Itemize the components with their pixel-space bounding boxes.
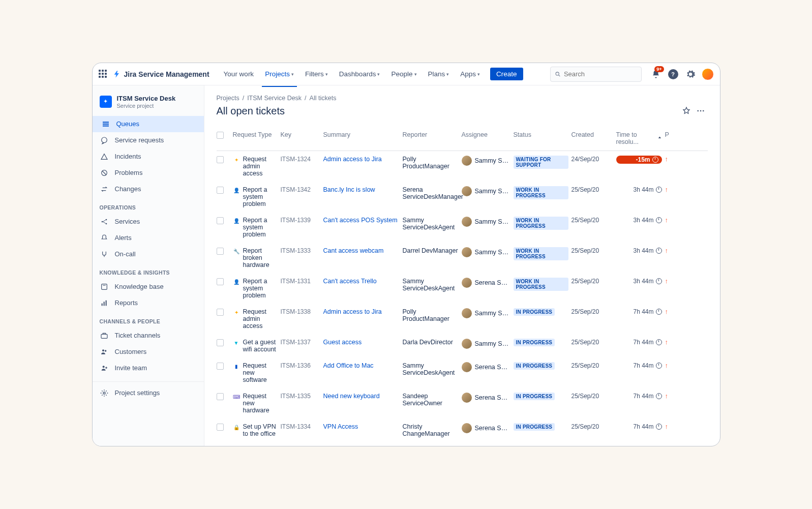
assignee-cell[interactable]: Serena Servi... <box>462 362 510 372</box>
created-date: 25/Sep/20 <box>572 393 613 400</box>
issue-key[interactable]: ITSM-1342 <box>281 186 320 193</box>
nav-filters[interactable]: Filters▾ <box>300 67 333 81</box>
project-header[interactable]: ✦ ITSM Service Desk Service project <box>93 92 204 116</box>
issue-key[interactable]: ITSM-1335 <box>281 393 320 400</box>
issue-key[interactable]: ITSM-1334 <box>281 423 320 430</box>
sidebar-item-knowledge-base[interactable]: Knowledge base <box>93 279 204 295</box>
breadcrumb-link[interactable]: Projects <box>217 95 239 102</box>
sidebar-item-problems[interactable]: Problems <box>93 165 204 181</box>
issue-key[interactable]: ITSM-1336 <box>281 362 320 369</box>
search-input[interactable] <box>564 70 637 78</box>
column-header[interactable]: Assignee <box>462 131 510 138</box>
priority-icon: ↑ <box>665 362 674 369</box>
assignee-cell[interactable]: Sammy Servi... <box>462 339 510 349</box>
issue-summary[interactable]: Add Office to Mac <box>323 362 400 369</box>
sidebar-item-queues[interactable]: Queues <box>93 116 204 132</box>
column-header[interactable]: P <box>665 131 674 138</box>
row-checkbox[interactable] <box>217 217 224 224</box>
profile-avatar[interactable] <box>702 68 714 80</box>
request-type-icon: ▼ <box>233 339 240 346</box>
column-header[interactable]: Request Type <box>233 131 278 138</box>
issue-key[interactable]: ITSM-1337 <box>281 339 320 346</box>
sidebar-item-reports[interactable]: Reports <box>93 295 204 311</box>
issue-key[interactable]: ITSM-1331 <box>281 278 320 285</box>
product-logo[interactable]: Jira Service Management <box>113 70 209 78</box>
search-box[interactable] <box>550 67 642 82</box>
row-checkbox[interactable] <box>217 278 224 285</box>
breadcrumb-link[interactable]: ITSM Service Desk <box>247 95 302 102</box>
nav-apps[interactable]: Apps▾ <box>455 67 485 81</box>
sidebar-item-incidents[interactable]: Incidents <box>93 148 204 165</box>
assignee-cell[interactable]: Sammy Servi... <box>462 217 510 227</box>
project-subtitle: Service project <box>117 103 176 109</box>
issue-summary[interactable]: Cant access webcam <box>323 247 400 254</box>
column-header[interactable]: Status <box>514 131 568 138</box>
bubble-icon <box>100 136 109 145</box>
assignee-cell[interactable]: Serena Servi... <box>462 278 510 288</box>
issue-summary[interactable]: VPN Access <box>323 423 400 430</box>
column-header[interactable]: Key <box>281 131 320 138</box>
issue-summary[interactable]: Can't access POS System <box>323 217 400 224</box>
nav-people[interactable]: People▾ <box>386 67 422 81</box>
issue-summary[interactable]: Need new keyboard <box>323 393 400 400</box>
issue-summary[interactable]: Admin access to Jira <box>323 308 400 315</box>
assignee-cell[interactable]: Sammy Servi... <box>462 186 510 196</box>
issue-key[interactable]: ITSM-1324 <box>281 156 320 163</box>
assignee-cell[interactable]: Sammy Servi... <box>462 308 510 318</box>
table-row: 👤Report a system problemITSM-1342Banc.ly… <box>217 182 708 212</box>
column-header[interactable]: Reporter <box>403 131 459 138</box>
column-header[interactable]: Summary <box>323 131 400 138</box>
time-to-resolution: 7h 44m <box>616 393 662 400</box>
sidebar-item-changes[interactable]: Changes <box>93 181 204 197</box>
app-switcher-icon[interactable] <box>99 70 108 79</box>
star-icon[interactable] <box>679 104 694 118</box>
row-checkbox[interactable] <box>217 187 224 194</box>
row-checkbox[interactable] <box>217 393 224 400</box>
issue-key[interactable]: ITSM-1338 <box>281 308 320 315</box>
nav-plans[interactable]: Plans▾ <box>423 67 455 81</box>
sidebar-item-on-call[interactable]: On-call <box>93 246 204 262</box>
sidebar-item-service-requests[interactable]: Service requests <box>93 132 204 148</box>
column-header[interactable]: Created <box>572 131 613 138</box>
notification-icon[interactable]: 9+ <box>650 68 662 80</box>
settings-gear-icon[interactable] <box>684 68 697 80</box>
create-button[interactable]: Create <box>490 68 523 80</box>
sidebar-item-invite-team[interactable]: Invite team <box>93 360 204 376</box>
nav-dashboards[interactable]: Dashboards▾ <box>334 67 385 81</box>
sidebar-item-alerts[interactable]: Alerts <box>93 230 204 246</box>
sidebar-item-label: Alerts <box>115 234 132 242</box>
assignee-cell[interactable]: Serena Servi... <box>462 393 510 403</box>
issue-summary[interactable]: Guest access <box>323 339 400 346</box>
status-badge: WORK IN PROGRESS <box>514 217 568 230</box>
svg-point-17 <box>102 349 104 351</box>
ticket-table: Request TypeKeySummaryReporterAssigneeSt… <box>217 127 708 446</box>
search-icon <box>555 71 561 78</box>
sidebar-item-customers[interactable]: Customers <box>93 344 204 360</box>
help-icon[interactable]: ? <box>667 68 679 80</box>
column-header[interactable] <box>217 131 230 139</box>
column-header[interactable]: Time to resolu... <box>616 131 662 145</box>
row-checkbox[interactable] <box>217 248 224 255</box>
sidebar-project-settings[interactable]: Project settings <box>93 385 204 401</box>
more-actions-icon[interactable] <box>694 104 708 118</box>
issue-summary[interactable]: Banc.ly Inc is slow <box>323 186 400 193</box>
row-checkbox[interactable] <box>217 363 224 370</box>
assignee-cell[interactable]: Serena Servi... <box>462 423 510 433</box>
row-checkbox[interactable] <box>217 309 224 316</box>
issue-key[interactable]: ITSM-1339 <box>281 217 320 224</box>
nav-your-work[interactable]: Your work <box>219 67 259 81</box>
assignee-cell[interactable]: Sammy Servi... <box>462 156 510 166</box>
row-checkbox[interactable] <box>217 156 224 163</box>
issue-summary[interactable]: Can't access Trello <box>323 278 400 285</box>
assignee-cell[interactable]: Sammy Servi... <box>462 247 510 257</box>
nav-projects[interactable]: Projects▾ <box>260 67 299 81</box>
row-checkbox[interactable] <box>217 424 224 431</box>
breadcrumb-link[interactable]: All tickets <box>310 95 337 102</box>
row-checkbox[interactable] <box>217 339 224 346</box>
table-row: ▮Request new softwareITSM-1336Add Office… <box>217 357 708 388</box>
svg-point-18 <box>105 350 106 351</box>
issue-key[interactable]: ITSM-1333 <box>281 247 320 254</box>
issue-summary[interactable]: Admin access to Jira <box>323 156 400 163</box>
sidebar-item-services[interactable]: Services <box>93 214 204 230</box>
sidebar-item-ticket-channels[interactable]: Ticket channels <box>93 327 204 344</box>
